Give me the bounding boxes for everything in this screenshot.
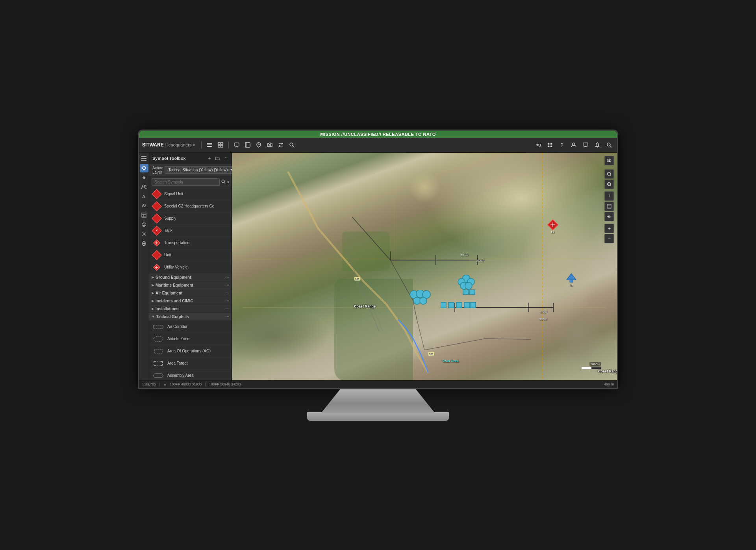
symbol-item-signal-unit[interactable]: Signal Unit xyxy=(149,188,232,200)
active-layer-select[interactable]: Tactical Situation (Yellow) (Yellow) xyxy=(165,166,236,174)
toolbar-hq-label[interactable]: HQ xyxy=(534,140,543,150)
tactic-icon-area-of-ops xyxy=(152,347,164,356)
status-scale-value: 1:33,785 xyxy=(142,382,156,386)
side-radar-icon[interactable] xyxy=(140,220,148,229)
category-options-ground[interactable]: ⋯ xyxy=(225,275,229,280)
svg-rect-38 xyxy=(142,213,146,217)
main-toolbar: SITWARE Headquarters ▾ xyxy=(139,138,617,153)
svg-rect-121 xyxy=(464,302,470,308)
panel-add-icon[interactable]: + xyxy=(206,155,213,161)
symbol-item-transportation[interactable]: Transportation xyxy=(149,237,232,249)
symbol-name-transportation: Transportation xyxy=(164,241,189,245)
svg-point-16 xyxy=(551,143,552,144)
search-filter-icon[interactable]: ▾ xyxy=(227,180,229,184)
status-bar: 1:33,785 | ▲ 100FF 46033 31935 | 100FF 5… xyxy=(139,380,617,388)
tactic-item-area-of-ops[interactable]: Area Of Operations (AO) xyxy=(149,345,232,357)
toolbar-apps-icon[interactable] xyxy=(545,140,555,150)
svg-rect-111 xyxy=(463,290,469,294)
toolbar-camera-icon[interactable] xyxy=(265,140,274,150)
map-info[interactable]: i xyxy=(604,191,614,201)
tactic-icon-air-corridor xyxy=(152,322,164,331)
category-options-maritime[interactable]: ⋯ xyxy=(225,283,229,287)
panel-more-icon[interactable]: ⋯ xyxy=(222,155,228,161)
toolbar-transfer-icon[interactable] xyxy=(276,140,285,150)
tactic-item-airfield-zone[interactable]: Airfield Zone xyxy=(149,333,232,345)
brand-dropdown-icon[interactable]: ▾ xyxy=(193,143,195,147)
side-symbols-icon[interactable] xyxy=(140,164,148,172)
symbol-item-tank[interactable]: ✕ Tank xyxy=(149,225,232,237)
side-globe-icon[interactable] xyxy=(140,239,148,248)
toolbar-search-icon[interactable] xyxy=(287,140,296,150)
toolbar-layers-icon[interactable] xyxy=(205,140,214,150)
side-layers-icon[interactable] xyxy=(140,154,148,163)
symbol-item-special-c2[interactable]: Special C2 Headquarters Co xyxy=(149,200,232,213)
symbol-icon-tank: ✕ xyxy=(152,226,161,235)
toolbar-panel-icon[interactable] xyxy=(243,140,252,150)
side-draw-icon[interactable] xyxy=(140,202,148,210)
category-installations[interactable]: ▶ Installations ⋯ xyxy=(149,305,232,313)
category-arrow-installations: ▶ xyxy=(152,307,154,311)
map-3d-button[interactable]: 3D xyxy=(604,156,614,165)
svg-point-21 xyxy=(550,146,551,147)
svg-point-117 xyxy=(420,297,427,304)
map-layers[interactable] xyxy=(604,202,614,211)
category-options-tactical[interactable]: ⋯ xyxy=(225,315,229,319)
toolbar-chat-icon[interactable] xyxy=(232,140,241,150)
svg-rect-118 xyxy=(441,302,446,308)
tactic-item-assembly-area[interactable]: Assembly Area xyxy=(149,370,232,380)
brand-name: SITWARE xyxy=(142,142,164,148)
symbol-item-unit[interactable]: Unit xyxy=(149,249,232,261)
map-area[interactable]: 101 101 146 55G7 0G07 0G97 0G92 Coast Ra… xyxy=(232,153,617,380)
category-arrow-ground: ▶ xyxy=(152,276,154,279)
svg-rect-63 xyxy=(154,361,163,365)
tactic-item-air-corridor[interactable]: Air Corridor xyxy=(149,321,232,333)
toolbar-search2-icon[interactable] xyxy=(604,140,614,150)
tactic-item-area-target[interactable]: Area Target xyxy=(149,357,232,370)
svg-rect-24 xyxy=(583,143,588,146)
category-options-incidents[interactable]: ⋯ xyxy=(225,299,229,303)
mission-text: MISSION //UNCLASSIFIED// RELEASABLE TO N… xyxy=(320,132,435,137)
svg-point-34 xyxy=(143,185,145,187)
svg-rect-3 xyxy=(218,143,220,144)
svg-rect-4 xyxy=(221,143,223,144)
toolbar-monitor-icon[interactable] xyxy=(581,140,590,150)
map-controls: 3D i xyxy=(604,156,614,243)
toolbar-help-icon[interactable]: ? xyxy=(557,140,567,150)
category-incidents[interactable]: ▶ Incidents and CIMIC ⋯ xyxy=(149,297,232,305)
map-zoom-in[interactable] xyxy=(604,169,614,179)
side-star-icon[interactable] xyxy=(140,173,148,182)
tactic-name-area-target: Area Target xyxy=(167,361,188,365)
symbol-item-utility-vehicle[interactable]: Utility Vehicle xyxy=(149,261,232,274)
svg-point-19 xyxy=(551,144,552,146)
category-maritime-equipment[interactable]: ▶ Maritime Equipment ⋯ xyxy=(149,281,232,289)
toolbar-user-icon[interactable] xyxy=(569,140,578,150)
symbol-item-supply[interactable]: Supply xyxy=(149,213,232,225)
map-zoom-out-minus[interactable]: − xyxy=(604,234,614,243)
svg-rect-105 xyxy=(570,280,573,282)
category-ground-equipment[interactable]: ▶ Ground Equipment ⋯ xyxy=(149,274,232,281)
toolbar-marker-icon[interactable] xyxy=(254,140,263,150)
search-input[interactable] xyxy=(152,178,220,186)
tactic-name-airfield-zone: Airfield Zone xyxy=(167,337,189,341)
side-settings-icon[interactable] xyxy=(140,230,148,239)
category-tactical-graphics[interactable]: ▼ Tactical Graphics ⋯ xyxy=(149,313,232,321)
symbol-name-supply: Supply xyxy=(164,216,176,220)
symbol-icon-special-c2 xyxy=(152,202,161,211)
status-coords1: 100FF 46033 31935 xyxy=(170,382,202,386)
symbol-name-utility-vehicle: Utility Vehicle xyxy=(164,265,187,269)
toolbar-bell-icon[interactable] xyxy=(593,140,602,150)
map-eye[interactable] xyxy=(604,212,614,221)
panel-folder-icon[interactable] xyxy=(214,155,220,161)
svg-point-12 xyxy=(290,143,293,146)
category-options-air[interactable]: ⋯ xyxy=(225,291,229,295)
map-zoom-in-plus[interactable]: + xyxy=(604,224,614,233)
category-options-installations[interactable]: ⋯ xyxy=(225,307,229,311)
category-air-equipment[interactable]: ▶ Air Equipment ⋯ xyxy=(149,289,232,297)
toolbar-grid-icon[interactable] xyxy=(216,140,225,150)
map-zoom-out[interactable] xyxy=(604,180,614,189)
toolbar-right: HQ ? xyxy=(534,140,614,150)
side-table-icon[interactable] xyxy=(140,211,148,220)
side-text-icon[interactable]: A xyxy=(140,192,148,201)
side-users-icon[interactable] xyxy=(140,183,148,191)
svg-point-27 xyxy=(607,143,610,146)
